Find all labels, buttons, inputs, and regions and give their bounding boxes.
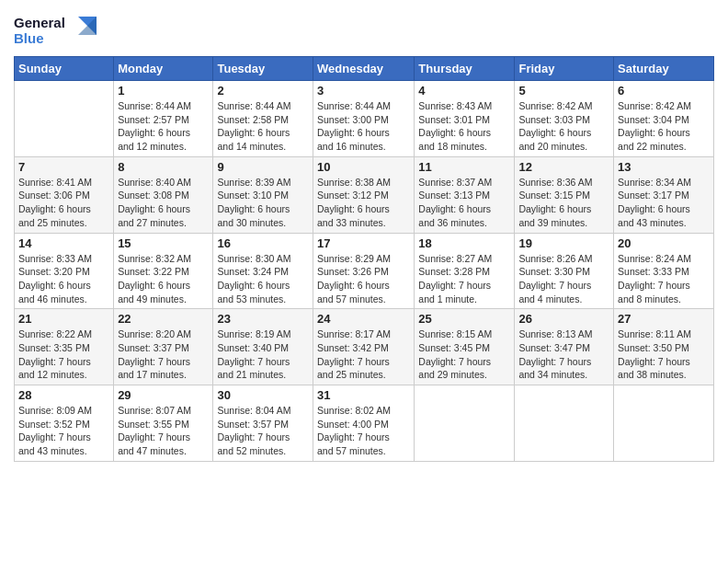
day-number: 29 (118, 388, 209, 402)
week-row-2: 14Sunrise: 8:33 AMSunset: 3:20 PMDayligh… (15, 233, 714, 309)
day-number: 14 (18, 236, 109, 250)
day-number: 8 (118, 160, 209, 174)
week-row-4: 28Sunrise: 8:09 AMSunset: 3:52 PMDayligh… (15, 385, 714, 462)
calendar-cell (415, 385, 515, 462)
day-info: Sunrise: 8:19 AMSunset: 3:40 PMDaylight:… (217, 327, 309, 382)
week-row-0: 1Sunrise: 8:44 AMSunset: 2:57 PMDaylight… (15, 81, 714, 157)
calendar-cell: 17Sunrise: 8:29 AMSunset: 3:26 PMDayligh… (313, 233, 415, 309)
day-info: Sunrise: 8:44 AMSunset: 3:00 PMDaylight:… (317, 99, 410, 154)
day-number: 6 (618, 84, 710, 98)
day-info: Sunrise: 8:38 AMSunset: 3:12 PMDaylight:… (317, 176, 410, 230)
calendar-cell: 13Sunrise: 8:34 AMSunset: 3:17 PMDayligh… (614, 156, 714, 233)
calendar-cell: 2Sunrise: 8:44 AMSunset: 2:58 PMDaylight… (213, 81, 313, 157)
calendar-cell: 24Sunrise: 8:17 AMSunset: 3:42 PMDayligh… (313, 309, 415, 385)
day-info: Sunrise: 8:44 AMSunset: 2:57 PMDaylight:… (118, 99, 209, 154)
calendar-cell: 4Sunrise: 8:43 AMSunset: 3:01 PMDaylight… (415, 81, 515, 157)
day-info: Sunrise: 8:15 AMSunset: 3:45 PMDaylight:… (418, 327, 510, 382)
header: General Blue (14, 9, 714, 51)
day-number: 9 (217, 160, 309, 174)
calendar-cell: 16Sunrise: 8:30 AMSunset: 3:24 PMDayligh… (213, 233, 313, 309)
day-number: 3 (317, 84, 410, 98)
day-info: Sunrise: 8:44 AMSunset: 2:58 PMDaylight:… (217, 99, 309, 154)
header-day-friday: Friday (515, 57, 614, 81)
day-info: Sunrise: 8:32 AMSunset: 3:22 PMDaylight:… (118, 252, 209, 306)
calendar-cell: 25Sunrise: 8:15 AMSunset: 3:45 PMDayligh… (415, 309, 515, 385)
day-info: Sunrise: 8:29 AMSunset: 3:26 PMDaylight:… (317, 252, 410, 306)
day-number: 28 (18, 388, 109, 402)
header-day-monday: Monday (114, 57, 213, 81)
day-info: Sunrise: 8:26 AMSunset: 3:30 PMDaylight:… (518, 252, 609, 306)
calendar-cell (515, 385, 614, 462)
calendar-cell: 10Sunrise: 8:38 AMSunset: 3:12 PMDayligh… (313, 156, 415, 233)
day-info: Sunrise: 8:34 AMSunset: 3:17 PMDaylight:… (618, 176, 710, 230)
calendar-cell (15, 81, 114, 157)
day-number: 16 (217, 236, 309, 250)
day-info: Sunrise: 8:41 AMSunset: 3:06 PMDaylight:… (18, 176, 109, 230)
calendar-cell: 1Sunrise: 8:44 AMSunset: 2:57 PMDaylight… (114, 81, 213, 157)
calendar-cell: 11Sunrise: 8:37 AMSunset: 3:13 PMDayligh… (415, 156, 515, 233)
day-number: 24 (317, 312, 410, 326)
day-number: 30 (217, 388, 309, 402)
week-row-3: 21Sunrise: 8:22 AMSunset: 3:35 PMDayligh… (15, 309, 714, 385)
week-row-1: 7Sunrise: 8:41 AMSunset: 3:06 PMDaylight… (15, 156, 714, 233)
calendar-cell: 5Sunrise: 8:42 AMSunset: 3:03 PMDaylight… (515, 81, 614, 157)
day-info: Sunrise: 8:17 AMSunset: 3:42 PMDaylight:… (317, 327, 410, 382)
day-info: Sunrise: 8:04 AMSunset: 3:57 PMDaylight:… (217, 404, 309, 458)
day-number: 17 (317, 236, 410, 250)
day-number: 31 (317, 388, 410, 402)
day-number: 1 (118, 84, 209, 98)
day-number: 23 (217, 312, 309, 326)
day-number: 13 (618, 160, 710, 174)
day-number: 26 (518, 312, 609, 326)
day-number: 20 (618, 236, 710, 250)
day-number: 19 (518, 236, 609, 250)
day-number: 7 (18, 160, 109, 174)
day-number: 2 (217, 84, 309, 98)
day-number: 4 (418, 84, 510, 98)
day-number: 15 (118, 236, 209, 250)
day-info: Sunrise: 8:07 AMSunset: 3:55 PMDaylight:… (118, 404, 209, 458)
calendar-cell: 20Sunrise: 8:24 AMSunset: 3:33 PMDayligh… (614, 233, 714, 309)
day-info: Sunrise: 8:33 AMSunset: 3:20 PMDaylight:… (18, 252, 109, 306)
day-info: Sunrise: 8:11 AMSunset: 3:50 PMDaylight:… (618, 327, 710, 382)
calendar-cell: 22Sunrise: 8:20 AMSunset: 3:37 PMDayligh… (114, 309, 213, 385)
day-info: Sunrise: 8:37 AMSunset: 3:13 PMDaylight:… (418, 176, 510, 230)
calendar-cell: 8Sunrise: 8:40 AMSunset: 3:08 PMDaylight… (114, 156, 213, 233)
header-day-saturday: Saturday (614, 57, 714, 81)
day-info: Sunrise: 8:43 AMSunset: 3:01 PMDaylight:… (418, 99, 510, 154)
day-info: Sunrise: 8:13 AMSunset: 3:47 PMDaylight:… (518, 327, 609, 382)
calendar-cell: 27Sunrise: 8:11 AMSunset: 3:50 PMDayligh… (614, 309, 714, 385)
svg-text:Blue: Blue (14, 30, 44, 46)
day-number: 10 (317, 160, 410, 174)
day-number: 11 (418, 160, 510, 174)
day-info: Sunrise: 8:09 AMSunset: 3:52 PMDaylight:… (18, 404, 109, 458)
logo-svg: General Blue (14, 9, 97, 51)
day-number: 18 (418, 236, 510, 250)
day-info: Sunrise: 8:30 AMSunset: 3:24 PMDaylight:… (217, 252, 309, 306)
calendar-cell: 12Sunrise: 8:36 AMSunset: 3:15 PMDayligh… (515, 156, 614, 233)
day-info: Sunrise: 8:42 AMSunset: 3:04 PMDaylight:… (618, 99, 710, 154)
calendar-cell: 21Sunrise: 8:22 AMSunset: 3:35 PMDayligh… (15, 309, 114, 385)
calendar-cell: 19Sunrise: 8:26 AMSunset: 3:30 PMDayligh… (515, 233, 614, 309)
calendar-cell: 26Sunrise: 8:13 AMSunset: 3:47 PMDayligh… (515, 309, 614, 385)
day-info: Sunrise: 8:39 AMSunset: 3:10 PMDaylight:… (217, 176, 309, 230)
header-day-wednesday: Wednesday (313, 57, 415, 81)
day-info: Sunrise: 8:20 AMSunset: 3:37 PMDaylight:… (118, 327, 209, 382)
calendar-cell (614, 385, 714, 462)
header-day-tuesday: Tuesday (213, 57, 313, 81)
calendar-cell: 7Sunrise: 8:41 AMSunset: 3:06 PMDaylight… (15, 156, 114, 233)
day-number: 22 (118, 312, 209, 326)
calendar-cell: 3Sunrise: 8:44 AMSunset: 3:00 PMDaylight… (313, 81, 415, 157)
page: General Blue SundayMondayTuesdayWednesda… (0, 0, 728, 563)
header-day-sunday: Sunday (15, 57, 114, 81)
day-number: 27 (618, 312, 710, 326)
calendar-table: SundayMondayTuesdayWednesdayThursdayFrid… (14, 56, 714, 462)
calendar-cell: 31Sunrise: 8:02 AMSunset: 4:00 PMDayligh… (313, 385, 415, 462)
calendar-cell: 30Sunrise: 8:04 AMSunset: 3:57 PMDayligh… (213, 385, 313, 462)
calendar-cell: 18Sunrise: 8:27 AMSunset: 3:28 PMDayligh… (415, 233, 515, 309)
day-number: 21 (18, 312, 109, 326)
calendar-cell: 6Sunrise: 8:42 AMSunset: 3:04 PMDaylight… (614, 81, 714, 157)
calendar-cell: 14Sunrise: 8:33 AMSunset: 3:20 PMDayligh… (15, 233, 114, 309)
calendar-cell: 28Sunrise: 8:09 AMSunset: 3:52 PMDayligh… (15, 385, 114, 462)
calendar-cell: 15Sunrise: 8:32 AMSunset: 3:22 PMDayligh… (114, 233, 213, 309)
